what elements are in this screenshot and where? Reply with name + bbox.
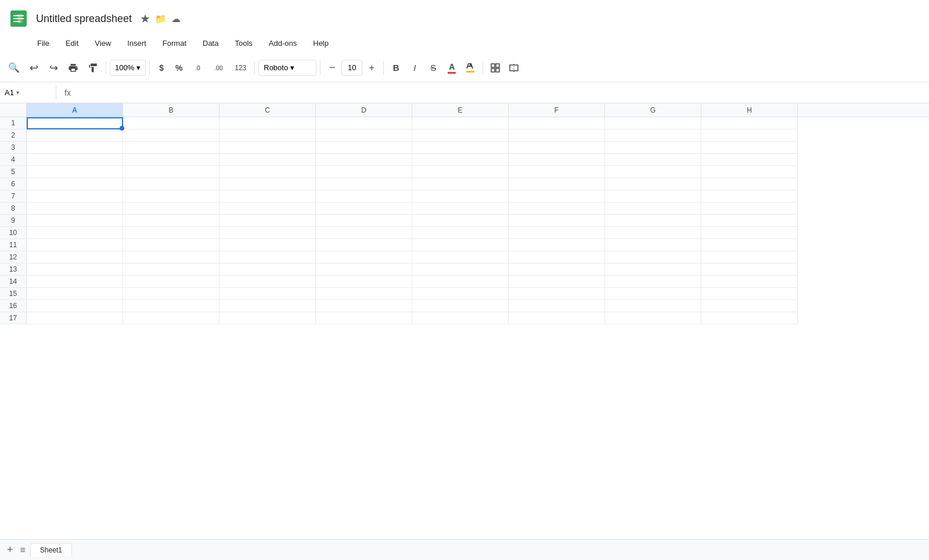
menu-item-data[interactable]: Data xyxy=(196,37,225,50)
cell-C8[interactable] xyxy=(219,203,316,215)
cell-H15[interactable] xyxy=(701,288,798,300)
document-title[interactable]: Untitled spreadsheet xyxy=(36,13,132,25)
cell-D16[interactable] xyxy=(316,300,412,312)
font-selector[interactable]: Roboto ▾ xyxy=(258,60,316,76)
cell-E2[interactable] xyxy=(412,129,509,142)
cell-C15[interactable] xyxy=(219,288,316,300)
cell-G3[interactable] xyxy=(605,142,701,154)
fill-color-button[interactable] xyxy=(462,59,479,77)
col-header-b[interactable]: B xyxy=(123,103,219,117)
cell-B10[interactable] xyxy=(123,227,219,239)
cell-C6[interactable] xyxy=(219,178,316,190)
row-header-9[interactable]: 9 xyxy=(0,215,27,227)
cell-D3[interactable] xyxy=(316,142,412,154)
cell-C4[interactable] xyxy=(219,154,316,166)
currency-button[interactable]: $ xyxy=(153,60,170,76)
cell-E13[interactable] xyxy=(412,263,509,276)
cell-E12[interactable] xyxy=(412,251,509,263)
row-header-8[interactable]: 8 xyxy=(0,203,27,215)
cell-E16[interactable] xyxy=(412,300,509,312)
cell-B4[interactable] xyxy=(123,154,219,166)
cell-B15[interactable] xyxy=(123,288,219,300)
row-header-16[interactable]: 16 xyxy=(0,300,27,312)
sheets-menu-button[interactable]: ≡ xyxy=(18,545,28,555)
cell-A3[interactable] xyxy=(27,142,123,154)
cell-C12[interactable] xyxy=(219,251,316,263)
cell-B6[interactable] xyxy=(123,178,219,190)
cell-B14[interactable] xyxy=(123,276,219,288)
cell-B8[interactable] xyxy=(123,203,219,215)
cell-D5[interactable] xyxy=(316,166,412,178)
cell-D15[interactable] xyxy=(316,288,412,300)
cell-A10[interactable] xyxy=(27,227,123,239)
cell-A4[interactable] xyxy=(27,154,123,166)
cell-B5[interactable] xyxy=(123,166,219,178)
cell-H16[interactable] xyxy=(701,300,798,312)
col-header-g[interactable]: G xyxy=(605,103,701,117)
merge-button[interactable] xyxy=(505,59,523,77)
cell-H8[interactable] xyxy=(701,203,798,215)
cell-C9[interactable] xyxy=(219,215,316,227)
cell-D10[interactable] xyxy=(316,227,412,239)
font-size-decrease-button[interactable]: − xyxy=(324,60,340,76)
text-color-button[interactable]: A xyxy=(443,59,460,77)
cell-A14[interactable] xyxy=(27,276,123,288)
cell-F13[interactable] xyxy=(509,263,605,276)
cell-B7[interactable] xyxy=(123,190,219,203)
cell-E15[interactable] xyxy=(412,288,509,300)
print-button[interactable] xyxy=(64,59,82,77)
formula-input[interactable] xyxy=(79,88,924,97)
cell-E8[interactable] xyxy=(412,203,509,215)
cell-F1[interactable] xyxy=(509,117,605,129)
cell-F14[interactable] xyxy=(509,276,605,288)
cell-D12[interactable] xyxy=(316,251,412,263)
cell-E14[interactable] xyxy=(412,276,509,288)
cell-D14[interactable] xyxy=(316,276,412,288)
cell-D13[interactable] xyxy=(316,263,412,276)
cell-F8[interactable] xyxy=(509,203,605,215)
cell-H2[interactable] xyxy=(701,129,798,142)
cell-G2[interactable] xyxy=(605,129,701,142)
sheet-tab-1[interactable]: Sheet1 xyxy=(30,543,72,557)
cell-C16[interactable] xyxy=(219,300,316,312)
cell-C7[interactable] xyxy=(219,190,316,203)
row-header-13[interactable]: 13 xyxy=(0,263,27,276)
cell-B17[interactable] xyxy=(123,312,219,324)
cell-reference[interactable]: A1 ▾ xyxy=(5,88,51,97)
cell-G12[interactable] xyxy=(605,251,701,263)
cell-A2[interactable] xyxy=(27,129,123,142)
col-header-a[interactable]: A xyxy=(27,103,123,117)
row-header-1[interactable]: 1 xyxy=(0,117,27,129)
cell-D8[interactable] xyxy=(316,203,412,215)
cell-F5[interactable] xyxy=(509,166,605,178)
menu-item-view[interactable]: View xyxy=(88,37,118,50)
cell-C14[interactable] xyxy=(219,276,316,288)
cell-F10[interactable] xyxy=(509,227,605,239)
cell-C17[interactable] xyxy=(219,312,316,324)
cell-E7[interactable] xyxy=(412,190,509,203)
cell-G17[interactable] xyxy=(605,312,701,324)
col-header-e[interactable]: E xyxy=(412,103,509,117)
cell-A11[interactable] xyxy=(27,239,123,251)
cell-F17[interactable] xyxy=(509,312,605,324)
row-header-7[interactable]: 7 xyxy=(0,190,27,203)
italic-button[interactable]: I xyxy=(406,59,423,77)
cell-B12[interactable] xyxy=(123,251,219,263)
cell-A16[interactable] xyxy=(27,300,123,312)
menu-item-edit[interactable]: Edit xyxy=(59,37,85,50)
cell-F3[interactable] xyxy=(509,142,605,154)
cell-G8[interactable] xyxy=(605,203,701,215)
strikethrough-button[interactable]: S xyxy=(424,59,442,77)
cell-G5[interactable] xyxy=(605,166,701,178)
percent-button[interactable]: % xyxy=(171,60,187,76)
menu-item-format[interactable]: Format xyxy=(156,37,193,50)
cell-C13[interactable] xyxy=(219,263,316,276)
cell-ref-dropdown[interactable]: ▾ xyxy=(16,89,19,96)
cell-B3[interactable] xyxy=(123,142,219,154)
cell-G14[interactable] xyxy=(605,276,701,288)
cell-D7[interactable] xyxy=(316,190,412,203)
cell-C11[interactable] xyxy=(219,239,316,251)
cell-E6[interactable] xyxy=(412,178,509,190)
row-header-3[interactable]: 3 xyxy=(0,142,27,154)
cell-H5[interactable] xyxy=(701,166,798,178)
